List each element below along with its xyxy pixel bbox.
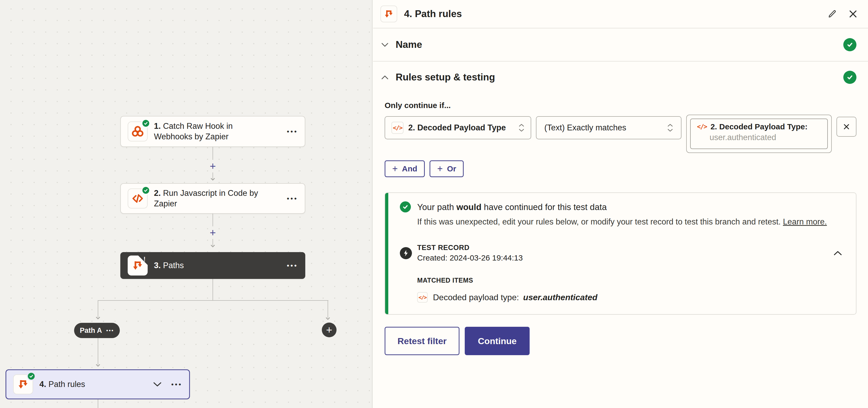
section-name-label: Name <box>396 39 422 50</box>
pencil-icon <box>828 9 837 19</box>
attention-mark: ! <box>144 256 146 263</box>
arrow-down-icon <box>326 317 330 320</box>
rules-content: Only continue if... </> 2. Decoded Paylo… <box>373 101 868 355</box>
connector-line <box>328 300 328 318</box>
connector-line <box>98 399 98 408</box>
result-subtext: If this was unexpected, edit your rules … <box>417 215 844 228</box>
connector-line <box>213 147 213 161</box>
success-check-badge <box>27 372 36 381</box>
remove-condition-button[interactable] <box>836 117 857 137</box>
panel-title: 4. Path rules <box>404 8 462 20</box>
matched-key: Decoded payload type: <box>433 293 519 302</box>
condition-field-value: 2. Decoded Payload Type <box>408 123 506 133</box>
step-card-run-javascript[interactable]: 2. Run Javascript in Code by Zapier ••• <box>120 183 305 214</box>
paths-icon: ! <box>128 256 148 275</box>
step-menu-button[interactable]: ••• <box>287 128 298 135</box>
step-detail-panel: 4. Path rules Name Rules setup & testing <box>373 0 868 408</box>
add-or-button[interactable]: + Or <box>430 161 464 177</box>
continue-button[interactable]: Continue <box>465 327 530 355</box>
condition-row: </> 2. Decoded Payload Type (Text) Exact… <box>384 115 857 153</box>
section-complete-icon <box>843 71 857 84</box>
test-result-box: Your path would have continued for this … <box>384 193 857 315</box>
token-label: 2. Decoded Payload Type: <box>710 122 808 131</box>
condition-operator-select[interactable]: (Text) Exactly matches <box>536 116 681 139</box>
arrow-down-icon <box>96 364 100 367</box>
chevron-down-icon <box>381 42 389 47</box>
close-icon <box>848 9 858 19</box>
code-icon: </> <box>417 292 428 302</box>
plus-icon: + <box>437 164 443 174</box>
connector-line <box>213 214 213 227</box>
section-rules-label: Rules setup & testing <box>396 72 495 83</box>
result-headline: Your path would have continued for this … <box>417 201 844 213</box>
only-continue-label: Only continue if... <box>384 101 857 110</box>
code-icon: </> <box>697 123 707 130</box>
select-chevrons-icon <box>662 123 673 132</box>
success-check-badge <box>141 186 150 195</box>
step-card-catch-raw-hook[interactable]: 1. Catch Raw Hook in Webhooks by Zapier … <box>120 116 305 147</box>
paths-icon <box>380 5 397 22</box>
add-step-button[interactable]: + <box>208 160 217 172</box>
workflow-canvas[interactable]: + + 1. Catch Raw Hook in Webhooks by Zap… <box>0 0 373 408</box>
chevron-down-icon <box>153 382 162 387</box>
mapped-field-token[interactable]: </> 2. Decoded Payload Type: user.authen… <box>690 119 828 149</box>
condition-field-select[interactable]: </> 2. Decoded Payload Type <box>384 116 531 139</box>
step-title: 1. Catch Raw Hook in Webhooks by Zapier <box>154 121 264 142</box>
edit-title-button[interactable] <box>828 9 837 19</box>
condition-operator-value: (Text) Exactly matches <box>544 123 626 133</box>
section-complete-icon <box>843 38 857 51</box>
step-menu-button[interactable]: ••• <box>171 381 182 388</box>
retest-filter-button[interactable]: Retest filter <box>384 327 460 355</box>
zap-editor: + + 1. Catch Raw Hook in Webhooks by Zap… <box>0 0 868 408</box>
matched-item-row: </> Decoded payload type: user.authentic… <box>417 292 844 302</box>
add-path-button[interactable]: + <box>322 323 337 337</box>
test-record-created: Created: 2024-03-26 19:44:13 <box>417 254 523 262</box>
step-title: 3. Paths <box>154 260 184 271</box>
code-icon <box>128 188 148 208</box>
step-card-path-rules[interactable]: 4. Path rules ••• <box>5 369 190 399</box>
close-panel-button[interactable] <box>848 9 858 19</box>
arrow-down-icon <box>211 244 215 247</box>
success-check-icon <box>400 201 411 212</box>
add-step-button[interactable]: + <box>208 226 217 239</box>
andor-row: + And + Or <box>384 161 857 177</box>
plus-icon: + <box>392 164 398 174</box>
step-title: 4. Path rules <box>39 379 85 389</box>
step-menu-button[interactable]: ••• <box>287 195 298 202</box>
section-name[interactable]: Name <box>373 28 868 61</box>
step-menu-button[interactable]: ••• <box>287 262 298 269</box>
path-menu-button[interactable]: ••• <box>106 328 114 333</box>
chevron-up-icon <box>833 251 842 256</box>
success-check-badge <box>141 119 150 128</box>
paths-icon <box>13 374 33 394</box>
panel-header: 4. Path rules <box>373 0 868 28</box>
condition-value-input[interactable]: </> 2. Decoded Payload Type: user.authen… <box>686 115 832 153</box>
arrow-down-icon <box>96 317 100 319</box>
step-title: 2. Run Javascript in Code by Zapier <box>154 188 264 209</box>
test-record-label: TEST RECORD <box>417 244 523 252</box>
add-and-button[interactable]: + And <box>384 161 425 177</box>
step-card-paths[interactable]: ! 3. Paths ••• <box>120 252 305 279</box>
close-icon <box>843 123 850 130</box>
token-value: user.authenticated <box>710 133 821 142</box>
connector-line <box>213 279 213 301</box>
webhooks-icon <box>128 121 148 141</box>
path-a-label: Path A <box>80 326 102 334</box>
bolt-icon <box>400 247 412 259</box>
section-rules[interactable]: Rules setup & testing <box>373 61 868 93</box>
test-record-row: TEST RECORD Created: 2024-03-26 19:44:13 <box>400 244 844 262</box>
matched-value: user.authenticated <box>523 293 597 302</box>
code-icon: </> <box>392 122 404 134</box>
connector-line <box>98 338 98 365</box>
chevron-up-icon <box>381 75 389 80</box>
learn-more-link[interactable]: Learn more. <box>783 217 827 226</box>
attention-corner-icon <box>138 256 148 265</box>
branch-line <box>98 300 329 301</box>
select-chevrons-icon <box>513 123 524 132</box>
success-bar <box>385 193 388 314</box>
arrow-down-icon <box>211 178 215 181</box>
collapse-test-record-button[interactable] <box>833 251 842 256</box>
matched-items-label: MATCHED ITEMS <box>417 276 844 284</box>
path-a-pill[interactable]: Path A ••• <box>74 323 120 338</box>
collapse-path-button[interactable] <box>153 382 162 387</box>
